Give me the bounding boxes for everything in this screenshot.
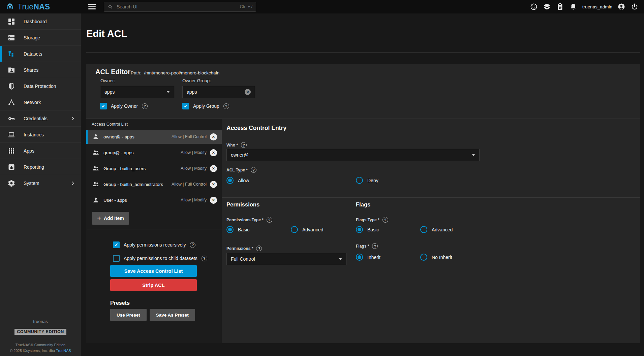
sidebar-item-network[interactable]: Network xyxy=(0,94,81,110)
who-select[interactable]: owner@ xyxy=(226,149,480,161)
acl-entry-row[interactable]: Group - builtin_administrators Allow | F… xyxy=(86,177,222,191)
radio-icon xyxy=(420,226,427,233)
acl-list-title: Access Control List xyxy=(92,122,128,127)
help-icon[interactable] xyxy=(372,243,378,249)
truecommand-stack-icon[interactable] xyxy=(543,3,551,11)
search-input[interactable] xyxy=(116,4,240,10)
radio-flags-basic[interactable]: Basic xyxy=(356,226,379,233)
radio-deny[interactable]: Deny xyxy=(356,177,378,184)
apps-grid-icon xyxy=(7,147,16,155)
permissions-type-label: Permissions Type * xyxy=(226,217,272,223)
sidebar-item-datasets[interactable]: Datasets xyxy=(0,46,81,62)
notifications-bell-icon[interactable] xyxy=(569,3,577,11)
power-icon[interactable] xyxy=(631,3,639,11)
path-value: /mnt/monero-pool/monero-blockchain xyxy=(144,70,220,75)
radio-permissions-basic[interactable]: Basic xyxy=(226,226,249,233)
sidebar-item-shares[interactable]: Shares xyxy=(0,62,81,78)
permissions-select-value: Full Control xyxy=(231,256,255,262)
acl-entry-row[interactable]: owner@ - apps Allow | Full Control xyxy=(86,130,222,144)
username-label: truenas_admin xyxy=(582,4,612,9)
help-icon[interactable] xyxy=(202,256,207,261)
sidebar-item-label: Credentials xyxy=(24,116,48,121)
use-preset-button[interactable]: Use Preset xyxy=(110,309,147,321)
remove-entry-icon[interactable] xyxy=(210,165,217,172)
child-datasets-checkbox[interactable]: Apply permissions to child datasets xyxy=(113,255,207,262)
checkbox-checked-icon[interactable] xyxy=(182,103,189,109)
clear-icon[interactable] xyxy=(245,89,251,95)
radio-label: Allow xyxy=(238,178,249,183)
remove-entry-icon[interactable] xyxy=(210,181,217,188)
acl-entry-row[interactable]: User - apps Allow | Modify xyxy=(86,193,222,207)
radio-label: Basic xyxy=(367,227,379,232)
apply-owner-checkbox[interactable]: Apply Owner xyxy=(100,103,148,109)
footer-edition-text: TrueNAS® Community Edition xyxy=(0,342,81,348)
permissions-select[interactable]: Full Control xyxy=(226,253,346,265)
ace-title: Access Control Entry xyxy=(226,125,286,132)
sidebar-item-dashboard[interactable]: Dashboard xyxy=(0,13,81,30)
sidebar-item-label: System xyxy=(24,181,39,186)
feedback-smiley-icon[interactable] xyxy=(530,3,538,11)
help-icon[interactable] xyxy=(223,103,229,109)
remove-entry-icon[interactable] xyxy=(210,149,217,156)
owner-select[interactable]: apps xyxy=(100,86,174,98)
recursive-checkbox[interactable]: Apply permissions recursively xyxy=(113,241,195,248)
acl-editor-card: ACL Editor Path: /mnt/monero-pool/monero… xyxy=(86,64,640,343)
sidebar-item-storage[interactable]: Storage xyxy=(0,30,81,46)
topbar: TrueNAS Ctrl + / truenas_admin xyxy=(0,0,644,13)
sidebar-item-apps[interactable]: Apps xyxy=(0,143,81,159)
radio-flags-advanced[interactable]: Advanced xyxy=(420,226,453,233)
strip-acl-button[interactable]: Strip ACL xyxy=(110,279,197,291)
radio-inherit[interactable]: Inherit xyxy=(356,254,380,261)
add-item-button[interactable]: Add Item xyxy=(92,212,129,225)
checkbox-checked-icon[interactable] xyxy=(100,103,107,109)
remove-entry-icon[interactable] xyxy=(210,133,217,140)
sidebar-item-label: Datasets xyxy=(24,51,42,57)
help-icon[interactable] xyxy=(256,246,262,251)
owner-group-input[interactable]: apps xyxy=(182,86,255,98)
apply-group-label: Apply Group xyxy=(193,103,219,109)
access-control-entry-panel: Access Control Entry Who * owner@ ACL Ty… xyxy=(222,119,640,343)
sidebar-item-system[interactable]: System xyxy=(0,175,81,191)
presets-title: Presets xyxy=(110,300,130,306)
acl-entry-row[interactable]: group@ - apps Allow | Modify xyxy=(86,145,222,160)
help-icon[interactable] xyxy=(382,217,388,223)
radio-icon xyxy=(356,226,363,233)
save-acl-button[interactable]: Save Access Control List xyxy=(110,265,197,277)
checkbox-unchecked-icon[interactable] xyxy=(113,255,120,262)
help-icon[interactable] xyxy=(267,217,272,223)
radio-permissions-advanced[interactable]: Advanced xyxy=(291,226,323,233)
permissions-section-title: Permissions xyxy=(226,201,259,208)
help-icon[interactable] xyxy=(190,242,195,248)
dataset-path: Path: /mnt/monero-pool/monero-blockchain xyxy=(131,70,219,75)
acl-entry-row[interactable]: Group - builtin_users Allow | Modify xyxy=(86,161,222,175)
radio-label: No Inherit xyxy=(432,255,452,260)
radio-icon xyxy=(226,177,234,184)
sidebar-item-instances[interactable]: Instances xyxy=(0,127,81,143)
help-icon[interactable] xyxy=(142,103,148,109)
sidebar-item-data-protection[interactable]: Data Protection xyxy=(0,78,81,94)
search-icon xyxy=(108,4,113,10)
who-field-label: Who * xyxy=(226,142,247,148)
sidebar-item-credentials[interactable]: Credentials xyxy=(0,110,81,127)
save-as-preset-button[interactable]: Save As Preset xyxy=(150,309,195,321)
acl-entry-who: User - apps xyxy=(103,198,127,203)
divider xyxy=(87,229,222,229)
help-icon[interactable] xyxy=(251,167,256,173)
acl-editor-title: ACL Editor xyxy=(95,68,130,76)
truenas-footer-link[interactable]: TrueNAS xyxy=(56,349,71,353)
user-avatar-icon[interactable] xyxy=(617,3,625,11)
radio-allow[interactable]: Allow xyxy=(226,177,249,184)
sidebar-item-label: Shares xyxy=(24,67,38,73)
acl-entry-permission: Allow | Modify xyxy=(181,198,207,202)
radio-no-inherit[interactable]: No Inherit xyxy=(420,254,452,261)
remove-entry-icon[interactable] xyxy=(210,197,217,204)
help-icon[interactable] xyxy=(241,142,247,148)
radio-label: Basic xyxy=(238,227,249,232)
truenas-logo[interactable]: TrueNAS xyxy=(0,2,81,11)
sidebar-item-reporting[interactable]: Reporting xyxy=(0,159,81,175)
checkbox-checked-icon[interactable] xyxy=(113,241,120,248)
apply-group-checkbox[interactable]: Apply Group xyxy=(182,103,229,109)
global-search[interactable]: Ctrl + / xyxy=(104,2,256,12)
jobs-clipboard-icon[interactable] xyxy=(556,3,564,11)
sidenav-toggle-icon[interactable] xyxy=(88,4,96,9)
